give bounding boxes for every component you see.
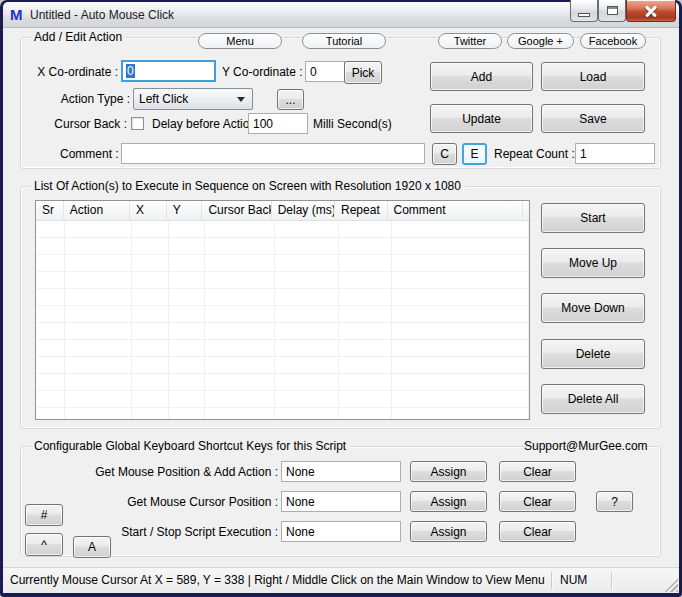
y-coordinate-label: Y Co-ordinate : (222, 65, 301, 79)
app-icon: M (10, 6, 23, 23)
col-header-cursor-back[interactable]: Cursor Back (202, 201, 271, 220)
col-header-sr[interactable]: Sr (36, 201, 64, 220)
start-button[interactable]: Start (541, 203, 645, 233)
clear-start-stop-button[interactable]: Clear (499, 521, 576, 542)
action-type-label: Action Type : (58, 92, 130, 106)
support-email: Support@MurGee.com (524, 439, 648, 453)
delay-unit-label: Milli Second(s) (313, 117, 392, 131)
comment-input[interactable] (121, 143, 425, 164)
twitter-button[interactable]: Twitter (438, 33, 502, 49)
col-header-comment[interactable]: Comment (388, 201, 524, 220)
num-lock-indicator: NUM (560, 573, 587, 587)
action-table-body[interactable] (36, 221, 529, 419)
clear-cursor-position-button[interactable]: Clear (499, 491, 576, 512)
c-button[interactable]: C (432, 143, 457, 165)
maximize-icon (607, 6, 618, 15)
close-icon (645, 5, 657, 17)
shortcuts-group-label: Configurable Global Keyboard Shortcut Ke… (30, 439, 350, 453)
chevron-down-icon (237, 97, 245, 106)
pick-button[interactable]: Pick (344, 61, 382, 84)
delay-input[interactable] (248, 113, 308, 134)
action-table-header: Sr Action X Y Cursor Back Delay (ms) Rep… (36, 201, 529, 221)
menu-button[interactable]: Menu (198, 33, 282, 49)
update-button[interactable]: Update (430, 104, 533, 133)
shortcut-add-action-input[interactable] (281, 461, 401, 482)
shortcut-start-stop-input[interactable] (281, 521, 401, 542)
shortcut-add-action-label: Get Mouse Position & Add Action : (80, 465, 278, 479)
col-header-repeat[interactable]: Repeat (335, 201, 387, 220)
x-coordinate-label: X Co-ordinate : (33, 65, 118, 79)
add-edit-group-label: Add / Edit Action (30, 30, 126, 44)
save-button[interactable]: Save (541, 104, 645, 133)
x-coordinate-input[interactable]: 0 (121, 60, 216, 82)
col-header-filler (523, 201, 529, 220)
cursor-back-checkbox[interactable] (131, 117, 144, 130)
clear-add-action-button[interactable]: Clear (499, 461, 576, 482)
cursor-back-label: Cursor Back : (52, 117, 127, 131)
close-button[interactable] (626, 0, 676, 22)
col-header-action[interactable]: Action (64, 201, 130, 220)
move-up-button[interactable]: Move Up (541, 248, 645, 278)
add-button[interactable]: Add (430, 62, 533, 91)
repeat-count-label: Repeat Count : (494, 147, 575, 161)
comment-label: Comment : (60, 147, 117, 161)
status-separator (551, 572, 552, 589)
status-text: Currently Mouse Cursor At X = 589, Y = 3… (10, 573, 545, 587)
facebook-button[interactable]: Facebook (580, 33, 646, 49)
minimize-icon (578, 13, 590, 17)
col-header-y[interactable]: Y (167, 201, 203, 220)
col-header-delay[interactable]: Delay (ms) (272, 201, 335, 220)
help-button[interactable]: ? (596, 491, 633, 512)
move-down-button[interactable]: Move Down (541, 293, 645, 323)
resize-grip[interactable] (664, 578, 678, 592)
window-title: Untitled - Auto Mouse Click (30, 8, 174, 22)
action-type-select[interactable]: Left Click (133, 88, 253, 110)
status-separator (611, 572, 612, 589)
caret-key-button[interactable]: ^ (25, 533, 63, 556)
delay-label: Delay before Action : (152, 117, 263, 131)
y-coordinate-input[interactable] (305, 61, 345, 82)
action-list-group-label: List Of Action(s) to Execute in Sequence… (30, 179, 465, 193)
shortcut-cursor-position-label: Get Mouse Cursor Position : (80, 495, 278, 509)
e-button[interactable]: E (462, 143, 487, 165)
assign-start-stop-button[interactable]: Assign (410, 521, 487, 542)
repeat-count-input[interactable] (575, 143, 655, 164)
col-header-x[interactable]: X (130, 201, 167, 220)
tutorial-button[interactable]: Tutorial (302, 33, 386, 49)
minimize-button[interactable] (570, 0, 598, 22)
load-button[interactable]: Load (541, 62, 645, 91)
status-bar: Currently Mouse Cursor At X = 589, Y = 3… (3, 567, 679, 593)
assign-cursor-position-button[interactable]: Assign (410, 491, 487, 512)
action-table[interactable]: Sr Action X Y Cursor Back Delay (ms) Rep… (35, 200, 530, 420)
hash-key-button[interactable]: # (25, 504, 63, 526)
google-plus-button[interactable]: Google + (507, 33, 574, 49)
x-coordinate-selected-text: 0 (126, 64, 135, 78)
delete-button[interactable]: Delete (541, 339, 645, 369)
a-key-button[interactable]: A (73, 536, 111, 558)
assign-add-action-button[interactable]: Assign (410, 461, 487, 482)
action-type-value: Left Click (139, 92, 188, 106)
delete-all-button[interactable]: Delete All (541, 384, 645, 414)
shortcut-cursor-position-input[interactable] (281, 491, 401, 512)
browse-actions-button[interactable]: ... (277, 89, 304, 110)
app-window: M Untitled - Auto Mouse Click Add / Edit… (0, 0, 682, 597)
maximize-button[interactable] (598, 0, 626, 22)
